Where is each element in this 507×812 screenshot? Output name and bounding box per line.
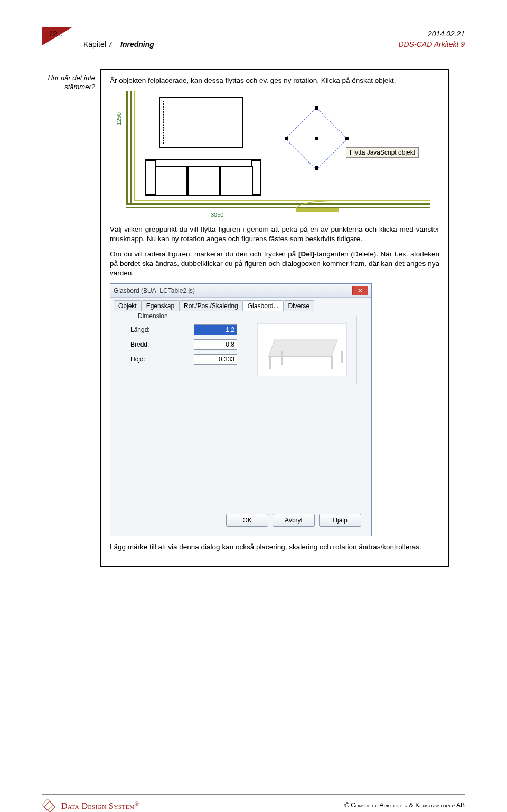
dimension-group: Dimension Längd: Bredd: Höjd: <box>125 316 357 384</box>
wall-horizontal <box>126 203 430 208</box>
inner-wall-v <box>134 91 135 201</box>
help-button[interactable]: Hjälp <box>319 514 361 527</box>
ok-button[interactable]: OK <box>226 514 268 527</box>
dialog-panel: Dimension Längd: Bredd: Höjd: <box>114 311 368 532</box>
dimension-vertical: 1250 <box>116 112 122 125</box>
floorplan-figure: Flytta JavaScript objekt 1250 3050 <box>110 91 431 217</box>
header-date: 2014.02.21 <box>428 30 465 38</box>
length-field[interactable] <box>194 324 237 335</box>
height-label: Höjd: <box>130 356 194 363</box>
selected-object-handles <box>285 107 348 170</box>
tab-egenskap[interactable]: Egenskap <box>142 300 179 311</box>
para-1: Är objekten felplacerade, kan dessa flyt… <box>110 76 439 85</box>
dimension-horizontal: 3050 <box>211 212 223 218</box>
del-key: [Del]- <box>298 250 317 258</box>
properties-dialog: Glasbord (BUA_LCTable2.js) ✕ Objekt Egen… <box>110 283 372 536</box>
tv-symbol <box>159 97 243 148</box>
footer-logo-text: Data Design System® <box>61 801 139 811</box>
para-3a: Om du vill radera figuren, markerar du d… <box>110 250 298 258</box>
chapter-line: Kapitel 7 Inredning <box>83 40 154 49</box>
width-field[interactable] <box>194 339 237 350</box>
dialog-titlebar: Glasbord (BUA_LCTable2.js) ✕ <box>110 284 371 298</box>
para-2: Välj vilken greppunkt du vill flytta fig… <box>110 225 439 244</box>
table-3d-icon <box>263 333 342 370</box>
tab-diverse[interactable]: Diverse <box>283 300 314 311</box>
dds-logo-icon <box>42 799 56 812</box>
footer-copyright: © Consultec Arkitekter & Konstruktörer A… <box>344 801 465 809</box>
rule-red <box>42 52 465 52</box>
width-label: Bredd: <box>130 341 194 348</box>
dialog-title: Glasbord (BUA_LCTable2.js) <box>114 287 195 294</box>
rule-black <box>42 53 465 53</box>
footer-logo: Data Design System® <box>42 799 139 812</box>
tab-rot-pos-skalering[interactable]: Rot./Pos./Skalering <box>179 300 243 311</box>
object-preview <box>257 323 347 376</box>
dialog-tabstrip: Objekt Egenskap Rot./Pos./Skalering Glas… <box>110 298 371 311</box>
content-box: Är objekten felplacerade, kan dessa flyt… <box>100 69 449 567</box>
marginal-note: Hur när det inte stämmer? <box>42 74 95 92</box>
wall-vertical <box>126 91 132 207</box>
inner-wall-h <box>134 200 430 201</box>
chapter-title: Inredning <box>120 40 154 49</box>
height-field[interactable] <box>194 354 237 365</box>
para-3: Om du vill radera figuren, markerar du d… <box>110 250 439 279</box>
chapter-prefix: Kapitel 7 <box>83 40 112 49</box>
page-number: 12... <box>49 30 63 38</box>
close-icon[interactable]: ✕ <box>352 286 368 295</box>
brand-right: DDS-CAD Arkitekt 9 <box>398 40 465 49</box>
tab-objekt[interactable]: Objekt <box>114 300 142 311</box>
move-tooltip: Flytta JavaScript objekt <box>346 147 419 158</box>
footer-rule <box>42 794 465 795</box>
dimension-label: Dimension <box>136 312 170 320</box>
sofa-symbol <box>145 159 261 196</box>
cancel-button[interactable]: Avbryt <box>273 514 315 527</box>
tab-glasbord[interactable]: Glasbord... <box>243 300 284 311</box>
door-symbol <box>296 200 339 212</box>
para-4: Lägg märke till att via denna dialog kan… <box>110 542 439 552</box>
length-label: Längd: <box>130 326 194 333</box>
